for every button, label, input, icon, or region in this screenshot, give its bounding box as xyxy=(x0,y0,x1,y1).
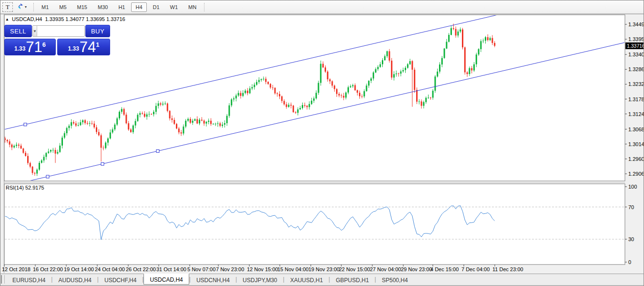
timeframe-button-d1[interactable]: D1 xyxy=(149,2,164,12)
time-axis-label: 16 Oct 22:00 xyxy=(33,266,63,272)
rsi-axis-label: 0 xyxy=(628,259,631,265)
time-axis-label: 11 Dec 23:00 xyxy=(492,266,523,272)
time-axis-label: 29 Nov 23:00 xyxy=(401,266,432,272)
buy-price-pip: 1 xyxy=(96,41,99,48)
price-axis-label: 1.29065 xyxy=(628,171,644,177)
time-axis-label: 12 Oct 2018 xyxy=(2,266,31,272)
time-axis-label: 22 Nov 15:00 xyxy=(339,266,370,272)
price-axis-label: 1.32860 xyxy=(628,66,644,72)
buy-price-prefix: 1.33 xyxy=(68,45,79,52)
volume-stepper: ▼ ▲ xyxy=(32,25,85,37)
price-axis-label: 1.33955 xyxy=(628,36,644,42)
buy-button-label: BUY xyxy=(91,28,104,35)
time-axis-label: 15 Nov 04:00 xyxy=(277,266,308,272)
chart-ohlc-values: 1.33935 1.34077 1.33695 1.33716 xyxy=(45,16,125,22)
objects-tool-button[interactable]: ▾ xyxy=(14,2,30,12)
sell-price-pip: 6 xyxy=(42,41,46,48)
price-axis-label: 1.33400 xyxy=(628,52,644,57)
tab-usdchf-h4[interactable]: USDCHF,H4 xyxy=(99,274,142,285)
rsi-axis-label: 100 xyxy=(628,184,637,190)
time-axis-label: 26 Oct 22:00 xyxy=(126,266,156,272)
price-axis-label: 1.30685 xyxy=(628,127,644,132)
toolbar-separator xyxy=(33,3,34,11)
tab-sp500-h4[interactable]: SP500,H4 xyxy=(376,274,414,285)
buy-price-big: 74 xyxy=(80,41,96,53)
price-axis: 1.344951.339551.334001.328601.323201.317… xyxy=(625,21,644,265)
time-axis-label: 19 Oct 14:00 xyxy=(64,266,94,272)
chart-window: 1.344951.339551.334001.328601.323201.317… xyxy=(0,14,644,274)
tab-gbpusd-h1[interactable]: GBPUSD,H1 xyxy=(330,274,374,285)
time-axis-label: 7 Nov 23:00 xyxy=(216,266,244,272)
toolbar-separator xyxy=(204,3,204,11)
price-axis-label: 1.31240 xyxy=(628,111,644,117)
price-axis-label: 1.34495 xyxy=(628,21,644,27)
time-axis-label: 4 Dec 15:00 xyxy=(430,266,459,272)
time-axis-label: 7 Dec 04:00 xyxy=(461,266,490,272)
tabs-container: EURUSD,H4|AUDUSD,H4|USDCHF,H4|USDCAD,H4|… xyxy=(7,274,414,285)
tab-scroller[interactable] xyxy=(1,275,5,284)
channel-handle[interactable] xyxy=(156,149,159,152)
current-price-tag-label: 1.33716 xyxy=(627,43,644,49)
tab-audusd-h4[interactable]: AUDUSD,H4 xyxy=(52,274,97,285)
collapse-panel-icon[interactable]: ▲ xyxy=(5,17,9,21)
text-tool-label: T xyxy=(6,3,10,11)
arrows-icon xyxy=(17,3,24,11)
time-axis-label: 31 Oct 14:00 xyxy=(156,266,186,272)
top-toolbar: T ▾ M1M5M15M30H1H4D1W1MN xyxy=(0,0,644,14)
tab-eurusd-h4[interactable]: EURUSD,H4 xyxy=(7,274,51,285)
sell-price-big: 71 xyxy=(26,41,42,53)
volume-input[interactable] xyxy=(37,26,85,36)
timeframe-button-h4[interactable]: H4 xyxy=(131,2,146,12)
time-axis-label: 12 Nov 15:00 xyxy=(247,266,278,272)
tab-usdcad-h4[interactable]: USDCAD,H4 xyxy=(143,274,189,285)
time-axis-label: 5 Nov 07:00 xyxy=(187,266,215,272)
tab-usdcnh-h4[interactable]: USDCNH,H4 xyxy=(191,274,235,285)
channel-handle[interactable] xyxy=(46,175,49,178)
rsi-pane[interactable] xyxy=(4,184,625,265)
timeframe-button-w1[interactable]: W1 xyxy=(166,2,183,12)
time-axis-label: 27 Nov 04:00 xyxy=(370,266,401,272)
time-axis-label: 19 Nov 23:00 xyxy=(308,266,339,272)
text-tool-button[interactable]: T xyxy=(2,2,13,12)
channel-handle[interactable] xyxy=(101,162,104,165)
timeframe-button-m1[interactable]: M1 xyxy=(37,2,53,12)
time-axis: 12 Oct 201816 Oct 22:0019 Oct 14:0024 Oc… xyxy=(2,265,523,272)
timeframe-button-m15[interactable]: M15 xyxy=(73,2,92,12)
chart-ohlc-header: ▲ USDCAD,H4 1.33935 1.34077 1.33695 1.33… xyxy=(5,16,125,22)
spinner-down-icon: ▼ xyxy=(33,29,37,33)
price-axis-label: 1.31780 xyxy=(628,96,644,102)
rsi-axis-label: 30 xyxy=(628,236,634,242)
sell-price-box[interactable]: 1.33 71 6 xyxy=(4,39,56,55)
tab-xauusd-h1[interactable]: XAUUSD,H1 xyxy=(285,274,329,285)
volume-decrease-button[interactable]: ▼ xyxy=(33,26,37,36)
one-click-trading-panel: SELL ▼ ▲ BUY 1.33 71 6 1.33 74 1 xyxy=(4,25,110,55)
buy-price-box[interactable]: 1.33 74 1 xyxy=(57,39,110,55)
chevron-down-icon: ▾ xyxy=(25,5,27,9)
price-axis-label: 1.32320 xyxy=(628,81,644,87)
tab-usdjpy-m30[interactable]: USDJPY,M30 xyxy=(237,274,283,285)
channel-handle[interactable] xyxy=(24,123,27,126)
rsi-indicator-label: RSI(14) 52.9175 xyxy=(6,185,44,191)
timeframe-group: M1M5M15M30H1H4D1W1MN xyxy=(37,2,201,12)
buy-button[interactable]: BUY xyxy=(85,25,110,37)
price-axis-label: 1.30145 xyxy=(628,141,644,147)
price-axis-label: 1.29605 xyxy=(628,156,644,162)
rsi-axis-label: 70 xyxy=(628,204,634,210)
sell-price-prefix: 1.33 xyxy=(14,45,25,52)
mt4-terminal: { "toolbar": { "text_tool_label": "T", "… xyxy=(0,0,644,286)
sell-button-label: SELL xyxy=(10,28,26,35)
timeframe-button-h1[interactable]: H1 xyxy=(114,2,129,12)
chart-symbol-label: USDCAD,H4 xyxy=(12,16,42,22)
timeframe-button-mn[interactable]: MN xyxy=(184,2,201,12)
timeframe-button-m5[interactable]: M5 xyxy=(55,2,71,12)
timeframe-button-m30[interactable]: M30 xyxy=(93,2,112,12)
chart-tabs-bar: EURUSD,H4|AUDUSD,H4|USDCHF,H4|USDCAD,H4|… xyxy=(0,274,644,285)
sell-button[interactable]: SELL xyxy=(4,25,32,37)
time-axis-label: 24 Oct 04:00 xyxy=(95,266,125,272)
